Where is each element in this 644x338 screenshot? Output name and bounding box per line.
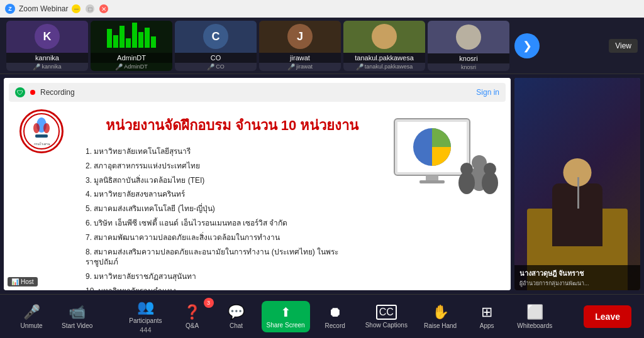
raise-hand-button[interactable]: ✋ Raise Hand	[419, 300, 462, 333]
participants-count: 444	[140, 326, 151, 334]
titlebar: Z Zoom Webinar ─ □ ✕	[0, 0, 644, 18]
record-button[interactable]: ⏺ Record	[316, 300, 354, 333]
svg-point-16	[482, 172, 498, 194]
minimize-button[interactable]: ─	[72, 4, 80, 13]
participants-button[interactable]: 👥 Participants 444	[124, 295, 167, 337]
close-button[interactable]: ✕	[99, 4, 108, 13]
participants-bar: K kannika 🎤 kannika	[0, 18, 644, 74]
mic-icon: 🎤	[23, 304, 40, 320]
raise-hand-label: Raise Hand	[424, 322, 457, 329]
participant-name-co: CO	[175, 53, 257, 63]
slide-item-5: 5. สมาคมส่งเสริมเทคโนโลยี (ไทย-ญี่ปุ่น)	[86, 204, 366, 214]
share-screen-button[interactable]: ⬆ Share Screen	[262, 301, 310, 332]
mic-off-icon-co: 🎤	[207, 63, 214, 70]
svg-text:กรมโรงงาน: กรมโรงงาน	[34, 142, 50, 146]
participant-admindt[interactable]: AdminDT 🎤 AdminDT	[91, 21, 172, 71]
slide-list: 1. มหาวิทยาลัยเทคโนโลยีสุรนารี 2. สภาอุต…	[86, 146, 366, 290]
mic-off-icon-jirawat: 🎤	[287, 63, 295, 70]
window-controls[interactable]: ─ □ ✕	[72, 4, 108, 13]
recording-dot	[30, 90, 35, 95]
participant-co[interactable]: C CO 🎤 CO	[175, 21, 257, 71]
chart-illustration	[388, 112, 501, 219]
speaker-video: นางสาวดุษฎี จันทราช ผู้อำนวยการกลุ่มงานพ…	[514, 78, 640, 290]
mic-off-icon: 🎤	[33, 63, 40, 70]
view-button[interactable]: View	[609, 39, 638, 53]
leave-button[interactable]: Leave	[584, 305, 631, 328]
start-video-button[interactable]: 📹 Start Video	[57, 300, 97, 333]
share-icon: ⬆	[280, 305, 291, 320]
participant-jirawat[interactable]: J jirawat 🎤 jirawat	[259, 21, 341, 71]
slide-item-7: 7. สมาคมพัฒนาความปลอดภัยและสิ่งแวดล้อมใน…	[86, 232, 366, 243]
mic-stand	[577, 177, 579, 209]
unmute-label: Unmute	[20, 322, 42, 329]
participant-mic-co: 🎤 CO	[175, 63, 257, 71]
speaker-name-overlay: นางสาวดุษฎี จันทราช ผู้อำนวยการกลุ่มงานพ…	[514, 265, 640, 290]
shield-icon: 🛡	[15, 87, 25, 97]
mic-off-icon-admindt: 🎤	[115, 63, 123, 70]
svg-point-14	[458, 172, 475, 194]
slide-item-3: 3. มูลนิธิสถาบันสิ่งแวดล้อมไทย (TEI)	[86, 175, 366, 186]
svg-rect-10	[419, 180, 445, 183]
app-icon: Z	[5, 4, 15, 14]
chat-label: Chat	[230, 322, 243, 329]
participant-mic-tanakul: 🎤 tanakul.pakkawesa	[343, 63, 425, 71]
presentation-area: 🛡 Recording Sign in	[4, 78, 511, 290]
slide-item-8: 8. สมาคมส่งเสริมความปลอดภัยและอนามัยในกา…	[86, 247, 366, 268]
participant-mic-jirawat: 🎤 jirawat	[259, 63, 341, 71]
qa-icon: ❓	[184, 304, 201, 320]
start-video-label: Start Video	[62, 322, 92, 329]
slide-logo: กรมโรงงาน	[16, 106, 67, 156]
participant-tanakul[interactable]: tanakul.pakkawesa 🎤 tanakul.pakkawesa	[343, 21, 425, 71]
slide-item-10: 10. มหาวิทยาลัยรามคำแหง	[86, 286, 366, 290]
captions-label: Show Captions	[365, 322, 408, 329]
participants-label: Participants	[129, 317, 162, 324]
speaker-video-content: นางสาวดุษฎี จันทราช ผู้อำนวยการกลุ่มงานพ…	[514, 78, 640, 290]
toolbar-right: Leave	[584, 305, 631, 328]
apps-label: Apps	[480, 322, 494, 329]
apps-button[interactable]: ⊞ Apps	[468, 300, 506, 333]
participants-icon: 👥	[137, 299, 154, 315]
bar-chart-icon: 📊	[11, 278, 19, 285]
qa-badge: 3	[204, 298, 214, 308]
qa-label: Q&A	[186, 322, 199, 329]
chat-icon: 💬	[228, 304, 245, 320]
participant-mic-admindt: 🎤 AdminDT	[91, 63, 172, 71]
captions-icon: CC	[376, 305, 397, 320]
participant-kannika[interactable]: K kannika 🎤 kannika	[6, 21, 88, 71]
whiteboards-button[interactable]: ⬜ Whiteboards	[512, 300, 557, 333]
participant-mic-knosri: knosri	[428, 63, 509, 71]
record-icon: ⏺	[328, 304, 342, 320]
svg-point-2	[33, 123, 40, 133]
host-badge: 📊 Host	[8, 277, 38, 286]
titlebar-title: Zoom Webinar	[19, 4, 68, 13]
participant-knosri[interactable]: knosri knosri	[428, 21, 509, 71]
svg-rect-4	[35, 134, 48, 138]
middle-section: 🛡 Recording Sign in	[0, 74, 644, 294]
toolbar: 🎤 Unmute 📹 Start Video 👥 Participants 44…	[0, 294, 644, 338]
slide-title: หน่วยงานจัดฝึกอบรม จำนวน 10 หน่วยงาน	[86, 114, 379, 136]
signin-button[interactable]: Sign in	[476, 88, 499, 97]
unmute-button[interactable]: 🎤 Unmute	[13, 300, 50, 333]
slide-item-6: 6. บริษัท เอ็นพีซี เซฟตี้ แอนด์ เอ็นไวรอ…	[86, 218, 366, 229]
participant-name-admindt: AdminDT	[91, 53, 172, 63]
video-icon: 📹	[69, 304, 86, 320]
participant-name-tanakul: tanakul.pakkawesa	[343, 53, 425, 63]
whiteboards-label: Whiteboards	[517, 322, 552, 329]
toolbar-center: 👥 Participants 444 ❓ Q&A 3 💬 Chat	[124, 295, 557, 337]
captions-button[interactable]: CC Show Captions	[360, 301, 413, 332]
chat-button[interactable]: 💬 Chat	[218, 300, 255, 333]
record-label: Record	[325, 322, 345, 329]
maximize-button[interactable]: □	[86, 4, 94, 13]
slide-content: กรมโรงงาน หน่วยงานจัดฝึกอบรม จำนวน 10 หน…	[4, 78, 511, 290]
participant-name-kannika: kannika	[6, 53, 88, 63]
slide-item-9: 9. มหาวิทยาลัยราชภัฏสวนสุนันทา	[86, 271, 366, 282]
svg-point-3	[43, 123, 50, 133]
speaker-role: ผู้อำนวยการกลุ่มงานพัฒนา...	[519, 279, 635, 288]
qa-button-wrap: ❓ Q&A 3	[174, 300, 211, 333]
slide-item-2: 2. สภาอุตสาหกรรมแห่งประเทศไทย	[86, 161, 366, 172]
view-more-button[interactable]: ❯	[514, 33, 540, 58]
speaker-name: นางสาวดุษฎี จันทราช	[519, 268, 635, 279]
apps-icon: ⊞	[481, 304, 492, 320]
participant-mic-kannika: 🎤 kannika	[6, 63, 88, 71]
participant-name-jirawat: jirawat	[259, 53, 341, 63]
